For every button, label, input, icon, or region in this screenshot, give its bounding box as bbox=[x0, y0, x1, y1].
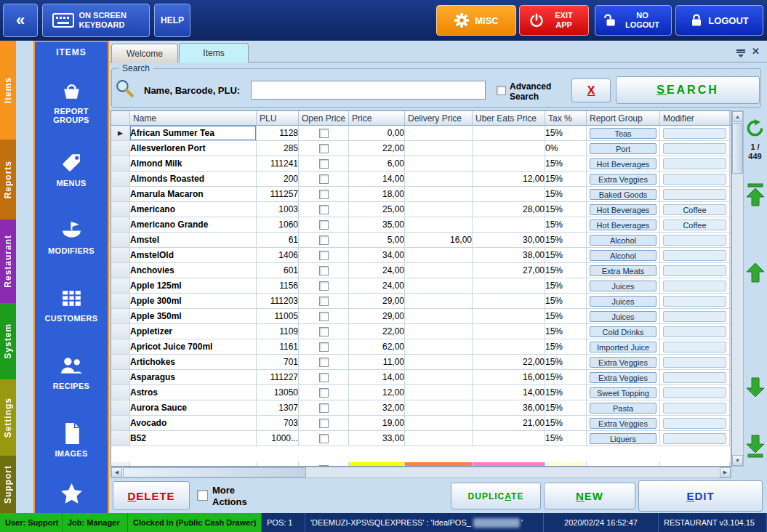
table-row[interactable]: ▶ AmstelOld 1406 34,00 38,00 15% Alcohol bbox=[111, 248, 731, 263]
open-price-checkbox[interactable] bbox=[319, 419, 329, 428]
open-price-checkbox[interactable] bbox=[319, 144, 329, 153]
module-tab-reports[interactable]: Reports bbox=[0, 140, 16, 219]
onscreen-keyboard-button[interactable]: ON SCREEN KEYBOARD bbox=[42, 4, 150, 37]
open-price-checkbox[interactable] bbox=[319, 205, 329, 214]
module-tab-restaurant[interactable]: Restaurant bbox=[0, 219, 16, 303]
header-plu[interactable]: PLU bbox=[257, 111, 299, 126]
header-delivery-price[interactable]: Delivery Price bbox=[405, 111, 473, 126]
first-page-icon[interactable] bbox=[744, 183, 766, 206]
delete-button[interactable]: DELETE bbox=[113, 481, 190, 510]
open-price-checkbox[interactable] bbox=[319, 434, 329, 443]
horizontal-scrollbar: ◀ ▶ bbox=[111, 467, 731, 478]
sidebar-item-report-groups[interactable]: REPORT GROUPS bbox=[35, 68, 108, 135]
table-row[interactable]: ▶ Asparagus 111227 14,00 16,00 15% Extra… bbox=[111, 370, 731, 385]
cell-report-group: Hot Beverages bbox=[587, 217, 660, 233]
scroll-right-button[interactable]: ▶ bbox=[720, 467, 731, 477]
search-input[interactable] bbox=[251, 81, 486, 100]
sidebar-item-menus[interactable]: MENUS bbox=[35, 135, 108, 203]
scroll-down-button[interactable]: ▼ bbox=[732, 455, 743, 466]
open-price-checkbox[interactable] bbox=[319, 358, 329, 367]
table-row[interactable]: ▶ Amarula Macaron 111257 18,00 15% Baked… bbox=[111, 187, 731, 202]
search-button[interactable]: SEARCH bbox=[616, 76, 760, 104]
open-price-checkbox[interactable] bbox=[319, 129, 329, 138]
open-price-checkbox[interactable] bbox=[319, 190, 329, 199]
tab-items[interactable]: Items bbox=[179, 43, 249, 63]
table-row[interactable]: ▶ Americano Grande 1060 35,00 15% Hot Be… bbox=[111, 217, 731, 233]
table-row[interactable]: ▶ Americano 1003 25,00 28,00 15% Hot Bev… bbox=[111, 202, 731, 217]
cell-name: Avocado bbox=[130, 416, 257, 431]
open-price-checkbox[interactable] bbox=[319, 327, 329, 336]
exit-app-button[interactable]: EXIT APP bbox=[519, 5, 589, 36]
sidebar-item-recipes[interactable]: RECIPES bbox=[35, 339, 108, 406]
advanced-search-checkbox[interactable] bbox=[497, 86, 506, 95]
header-name[interactable]: Name bbox=[130, 111, 257, 126]
sidebar-item-images[interactable]: IMAGES bbox=[35, 406, 108, 474]
open-price-checkbox[interactable] bbox=[319, 266, 329, 275]
prev-page-icon[interactable] bbox=[744, 262, 766, 283]
table-row[interactable]: ▶ Allesverloren Port 285 22,00 0% Port bbox=[111, 141, 731, 156]
no-logout-button[interactable]: NO LOGOUT bbox=[595, 5, 672, 36]
open-price-checkbox[interactable] bbox=[319, 373, 329, 382]
header-modifier[interactable]: Modifier bbox=[660, 111, 730, 126]
edit-button[interactable]: EDIT bbox=[638, 480, 763, 512]
table-row[interactable]: ▶ Apple 300ml 111203 29,00 15% Juices bbox=[111, 294, 731, 309]
table-row[interactable]: ▶ Anchovies 601 24,00 27,00 15% Extra Me… bbox=[111, 263, 731, 278]
header-price[interactable]: Price bbox=[349, 111, 405, 126]
open-price-checkbox[interactable] bbox=[319, 235, 329, 245]
module-tab-system[interactable]: System bbox=[0, 303, 16, 379]
help-button[interactable]: HELP bbox=[154, 4, 190, 37]
table-row[interactable]: ▶ Artichokes 701 11,00 22,00 15% Extra V… bbox=[111, 355, 731, 370]
more-actions-checkbox[interactable] bbox=[197, 490, 208, 501]
open-price-checkbox[interactable] bbox=[319, 159, 329, 169]
sidebar-item-modifiers[interactable]: MODIFIERS bbox=[35, 203, 108, 270]
collapse-sidebar-button[interactable]: « bbox=[3, 4, 38, 37]
table-row[interactable]: ▶ Apricot Juice 700ml 1161 62,00 15% Imp… bbox=[111, 339, 731, 355]
open-price-checkbox[interactable] bbox=[319, 281, 329, 291]
clear-search-button[interactable]: X bbox=[571, 78, 611, 102]
pin-panel-icon[interactable] bbox=[736, 48, 746, 61]
logout-button[interactable]: LOGOUT bbox=[675, 5, 763, 36]
open-price-checkbox[interactable] bbox=[319, 388, 329, 398]
horizontal-scroll-thumb[interactable] bbox=[123, 467, 306, 477]
header-open-price[interactable]: Open Price bbox=[299, 111, 349, 126]
table-row[interactable]: ▶ Almond Milk 111241 6,00 15% Hot Bevera… bbox=[111, 156, 731, 172]
refresh-icon[interactable] bbox=[744, 119, 766, 137]
table-row[interactable]: ▶ Amstel 61 5,00 16,00 30,00 15% Alcohol bbox=[111, 233, 731, 248]
next-page-icon[interactable] bbox=[744, 376, 766, 398]
table-row[interactable]: ▶ B52 1000... 33,00 15% Liquers bbox=[111, 431, 731, 446]
close-panel-icon[interactable]: ✕ bbox=[752, 46, 760, 57]
vertical-scroll-thumb[interactable] bbox=[732, 123, 743, 174]
table-row[interactable]: ▶ Avocado 703 19,00 21,00 15% Extra Vegg… bbox=[111, 416, 731, 431]
table-row[interactable]: ▶ Appletizer 1109 22,00 15% Cold Drinks bbox=[111, 324, 731, 339]
scroll-up-button[interactable]: ▲ bbox=[732, 111, 743, 122]
table-row[interactable]: ▶ Aurora Sauce 1307 32,00 36,00 15% Past… bbox=[111, 400, 731, 416]
misc-button[interactable]: MISC bbox=[436, 5, 516, 36]
open-price-checkbox[interactable] bbox=[319, 312, 329, 321]
open-price-checkbox[interactable] bbox=[319, 251, 329, 260]
cell-open-price bbox=[299, 202, 349, 217]
table-row[interactable]: ▶ Apple 125ml 1156 24,00 15% Juices bbox=[111, 278, 731, 294]
duplicate-button[interactable]: DUPLICATE bbox=[451, 483, 541, 509]
last-page-icon[interactable] bbox=[744, 435, 766, 458]
open-price-checkbox[interactable] bbox=[319, 220, 329, 230]
open-price-checkbox[interactable] bbox=[319, 403, 329, 413]
sidebar-item-star[interactable] bbox=[35, 474, 108, 513]
header-report-group[interactable]: Report Group bbox=[587, 111, 660, 126]
table-row[interactable]: ▶ Astros 13050 12,00 14,00 15% Sweet Top… bbox=[111, 385, 731, 400]
open-price-checkbox[interactable] bbox=[319, 174, 329, 184]
table-row[interactable]: ▶ Almonds Roasted 200 14,00 12,00 15% Ex… bbox=[111, 172, 731, 187]
table-row[interactable]: ▶ African Summer Tea 1128 0,00 15% Teas bbox=[111, 126, 731, 141]
new-button[interactable]: NEW bbox=[544, 483, 635, 509]
open-price-checkbox[interactable] bbox=[319, 342, 329, 352]
header-tax[interactable]: Tax % bbox=[545, 111, 587, 126]
module-tab-items[interactable]: Items bbox=[0, 41, 16, 140]
header-uber-eats-price[interactable]: Uber Eats Price bbox=[473, 111, 545, 126]
table-row[interactable]: ▶ Apple 350ml 11005 29,00 15% Juices bbox=[111, 309, 731, 324]
tab-welcome[interactable]: Welcome bbox=[111, 44, 178, 63]
module-tab-support[interactable]: Support bbox=[0, 456, 16, 513]
module-tab-settings[interactable]: Settings bbox=[0, 379, 16, 456]
scroll-left-button[interactable]: ◀ bbox=[111, 467, 122, 477]
open-price-checkbox[interactable] bbox=[319, 297, 329, 306]
sidebar-item-customers[interactable]: CUSTOMERS bbox=[35, 271, 108, 339]
cell-uber-eats-price bbox=[473, 294, 545, 309]
